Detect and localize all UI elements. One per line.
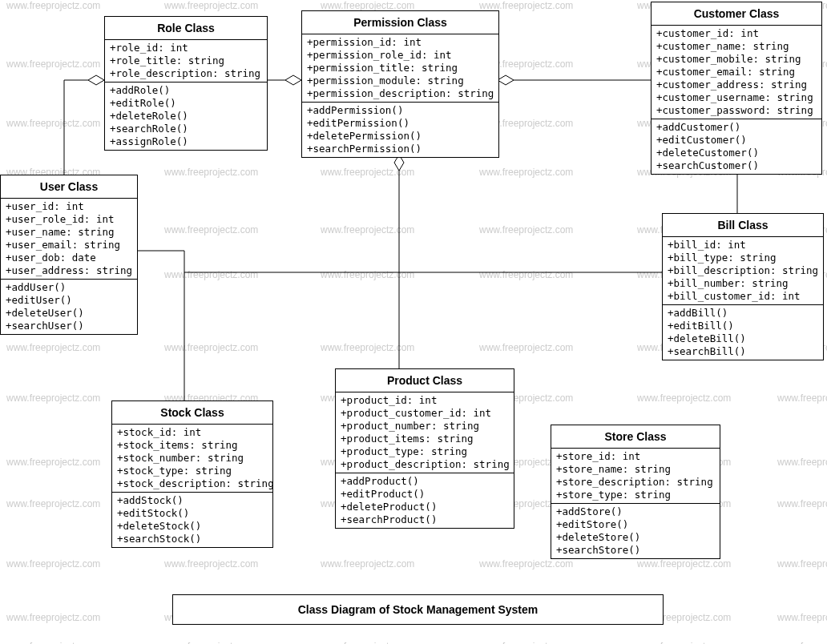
member-row: +searchUser()	[6, 320, 132, 332]
member-row: +searchStock()	[117, 533, 268, 545]
svg-marker-2	[498, 75, 514, 85]
member-row: +user_email: string	[6, 239, 132, 252]
member-row: +addBill()	[668, 307, 818, 320]
watermark-text: www.freeprojectz.com	[6, 558, 100, 570]
watermark-text: www.freeprojectz.com	[777, 612, 827, 623]
member-row: +editRole()	[110, 97, 262, 110]
member-row: +customer_password: string	[656, 104, 817, 117]
watermark-text: www.freeprojectz.com	[479, 269, 573, 280]
watermark-text: www.freeprojectz.com	[6, 612, 100, 623]
class-permission: Permission Class +permission_id: int+per…	[301, 10, 499, 158]
class-bill-ops: +addBill()+editBill()+deleteBill()+searc…	[663, 305, 823, 360]
class-product-ops: +addProduct()+editProduct()+deleteProduc…	[336, 473, 514, 528]
watermark-text: www.freeprojectz.com	[6, 0, 100, 11]
class-user-attrs: +user_id: int+user_role_id: int+user_nam…	[1, 199, 137, 280]
member-row: +permission_description: string	[307, 87, 494, 100]
watermark-text: www.freeprojectz.com	[321, 641, 414, 644]
member-row: +addProduct()	[341, 475, 509, 488]
watermark-text: www.freeprojectz.com	[637, 641, 731, 644]
class-role-ops: +addRole()+editRole()+deleteRole()+searc…	[105, 83, 267, 150]
member-row: +product_number: string	[341, 420, 509, 433]
class-store-ops: +addStore()+editStore()+deleteStore()+se…	[551, 504, 720, 558]
member-row: +bill_customer_id: int	[668, 290, 818, 303]
member-row: +assignRole()	[110, 135, 262, 148]
watermark-text: www.freeprojectz.com	[164, 342, 258, 353]
member-row: +stock_items: string	[117, 439, 268, 452]
member-row: +product_customer_id: int	[341, 407, 509, 420]
class-customer-title: Customer Class	[652, 2, 821, 26]
member-row: +customer_address: string	[656, 78, 817, 91]
member-row: +bill_type: string	[668, 252, 818, 264]
member-row: +deleteBill()	[668, 332, 818, 345]
member-row: +store_description: string	[556, 476, 715, 489]
member-row: +deleteUser()	[6, 307, 132, 320]
watermark-text: www.freeprojectz.com	[479, 224, 573, 235]
member-row: +stock_id: int	[117, 426, 268, 439]
class-bill-attrs: +bill_id: int+bill_type: string+bill_des…	[663, 237, 823, 305]
member-row: +editCustomer()	[656, 134, 817, 147]
watermark-text: www.freeprojectz.com	[164, 641, 258, 644]
member-row: +editBill()	[668, 320, 818, 332]
member-row: +stock_type: string	[117, 465, 268, 477]
watermark-text: www.freeprojectz.com	[777, 498, 827, 509]
svg-marker-0	[88, 75, 104, 85]
watermark-text: www.freeprojectz.com	[6, 457, 100, 468]
member-row: +user_dob: date	[6, 252, 132, 264]
watermark-text: www.freeprojectz.com	[637, 558, 731, 570]
member-row: +editStore()	[556, 518, 715, 531]
member-row: +user_name: string	[6, 226, 132, 239]
member-row: +stock_number: string	[117, 452, 268, 465]
watermark-text: www.freeprojectz.com	[6, 392, 100, 404]
watermark-text: www.freeprojectz.com	[164, 558, 258, 570]
watermark-text: www.freeprojectz.com	[6, 498, 100, 509]
member-row: +editPermission()	[307, 117, 494, 130]
member-row: +customer_mobile: string	[656, 53, 817, 66]
member-row: +searchBill()	[668, 345, 818, 358]
member-row: +product_items: string	[341, 433, 509, 445]
class-role-title: Role Class	[105, 17, 267, 40]
member-row: +addStock()	[117, 494, 268, 507]
member-row: +store_name: string	[556, 463, 715, 476]
class-stock-attrs: +stock_id: int+stock_items: string+stock…	[112, 425, 272, 493]
member-row: +deleteStore()	[556, 531, 715, 544]
member-row: +addUser()	[6, 281, 132, 294]
member-row: +customer_email: string	[656, 66, 817, 78]
watermark-text: www.freeprojectz.com	[6, 342, 100, 353]
member-row: +bill_description: string	[668, 264, 818, 277]
member-row: +permission_title: string	[307, 62, 494, 74]
member-row: +addCustomer()	[656, 121, 817, 134]
member-row: +editUser()	[6, 294, 132, 307]
member-row: +searchProduct()	[341, 513, 509, 526]
member-row: +searchRole()	[110, 123, 262, 135]
watermark-text: www.freeprojectz.com	[6, 118, 100, 129]
watermark-text: www.freeprojectz.com	[321, 0, 414, 11]
member-row: +searchCustomer()	[656, 159, 817, 172]
watermark-text: www.freeprojectz.com	[479, 0, 573, 11]
watermark-text: www.freeprojectz.com	[321, 167, 414, 178]
member-row: +user_role_id: int	[6, 213, 132, 226]
member-row: +editStock()	[117, 507, 268, 520]
class-bill: Bill Class +bill_id: int+bill_type: stri…	[662, 213, 824, 360]
member-row: +permission_id: int	[307, 36, 494, 49]
member-row: +stock_description: string	[117, 477, 268, 490]
class-customer: Customer Class +customer_id: int+custome…	[651, 2, 822, 175]
watermark-text: www.freeprojectz.com	[321, 342, 414, 353]
member-row: +bill_number: string	[668, 277, 818, 290]
member-row: +deletePermission()	[307, 130, 494, 143]
class-stock: Stock Class +stock_id: int+stock_items: …	[111, 400, 273, 548]
member-row: +bill_id: int	[668, 239, 818, 252]
watermark-text: www.freeprojectz.com	[321, 558, 414, 570]
class-customer-ops: +addCustomer()+editCustomer()+deleteCust…	[652, 119, 821, 174]
member-row: +addRole()	[110, 84, 262, 97]
watermark-text: www.freeprojectz.com	[479, 342, 573, 353]
diagram-title: Class Diagram of Stock Management System	[172, 594, 664, 625]
member-row: +user_id: int	[6, 200, 132, 213]
watermark-text: www.freeprojectz.com	[6, 641, 100, 644]
member-row: +customer_name: string	[656, 40, 817, 53]
class-product-attrs: +product_id: int+product_customer_id: in…	[336, 392, 514, 473]
watermark-text: www.freeprojectz.com	[777, 641, 827, 644]
member-row: +product_description: string	[341, 458, 509, 471]
watermark-text: www.freeprojectz.com	[479, 167, 573, 178]
watermark-text: www.freeprojectz.com	[777, 457, 827, 468]
class-permission-attrs: +permission_id: int+permission_role_id: …	[302, 34, 498, 103]
